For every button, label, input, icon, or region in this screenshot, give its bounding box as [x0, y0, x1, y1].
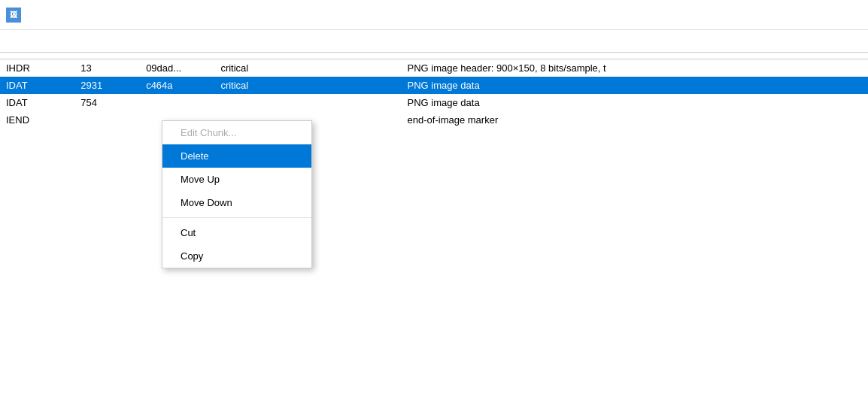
cell-contents: PNG image data	[402, 94, 868, 111]
cell-length: 2931	[74, 77, 140, 94]
menu-options[interactable]	[48, 38, 63, 44]
context-menu-item-copy[interactable]: Copy	[162, 244, 311, 268]
chunk-table: IHDR1309dad...criticalPNG image header: …	[0, 53, 868, 129]
col-header-crc	[140, 53, 214, 59]
table-row[interactable]: IDAT754PNG image data	[0, 94, 868, 111]
menu-insert[interactable]	[33, 38, 48, 44]
cell-attributes	[214, 94, 401, 111]
context-menu-item-edit-chunk---: Edit Chunk...	[162, 121, 311, 144]
context-menu-item-move-down[interactable]: Move Down	[162, 191, 311, 214]
context-menu-item-delete[interactable]: Delete	[162, 144, 311, 168]
window-controls	[755, 3, 862, 27]
table-row[interactable]: IDAT2931c464acriticalPNG image data	[0, 77, 868, 94]
cell-contents: PNG image data	[402, 77, 868, 94]
col-header-length	[74, 53, 140, 59]
main-area: IHDR1309dad...criticalPNG image header: …	[0, 53, 868, 394]
cell-length: 754	[74, 94, 140, 111]
col-header-contents	[402, 53, 868, 59]
table-row[interactable]: IHDR1309dad...criticalPNG image header: …	[0, 59, 868, 77]
cell-chunk: IDAT	[0, 77, 74, 94]
title-bar: 🖼	[0, 0, 868, 30]
cell-contents: PNG image header: 900×150, 8 bits/sample…	[402, 59, 868, 77]
cell-length	[74, 111, 140, 129]
context-menu-item-move-up[interactable]: Move Up	[162, 168, 311, 191]
col-header-attributes	[214, 53, 401, 59]
close-button[interactable]	[827, 3, 862, 27]
context-menu-separator	[162, 217, 311, 218]
context-menu-item-cut[interactable]: Cut	[162, 221, 311, 244]
context-menu: Edit Chunk...DeleteMove UpMove DownCutCo…	[162, 120, 312, 268]
menu-edit[interactable]	[18, 38, 33, 44]
col-header-chunk	[0, 53, 74, 59]
cell-crc: c464a	[140, 77, 214, 94]
cell-crc: 09dad...	[140, 59, 214, 77]
cell-attributes: critical	[214, 59, 401, 77]
cell-contents: end-of-image marker	[402, 111, 868, 129]
menu-help[interactable]	[78, 38, 93, 44]
cell-crc	[140, 94, 214, 111]
cell-length: 13	[74, 59, 140, 77]
cell-chunk: IDAT	[0, 94, 74, 111]
cell-attributes: critical	[214, 77, 401, 94]
table-row[interactable]: IENDend-of-image marker	[0, 111, 868, 129]
maximize-button[interactable]	[791, 3, 826, 27]
minimize-button[interactable]	[755, 3, 790, 27]
menu-bar	[0, 30, 868, 53]
app-icon: 🖼	[6, 8, 21, 23]
menu-file[interactable]	[3, 38, 18, 44]
menu-tools[interactable]	[63, 38, 78, 44]
cell-chunk: IEND	[0, 111, 74, 129]
cell-chunk: IHDR	[0, 59, 74, 77]
